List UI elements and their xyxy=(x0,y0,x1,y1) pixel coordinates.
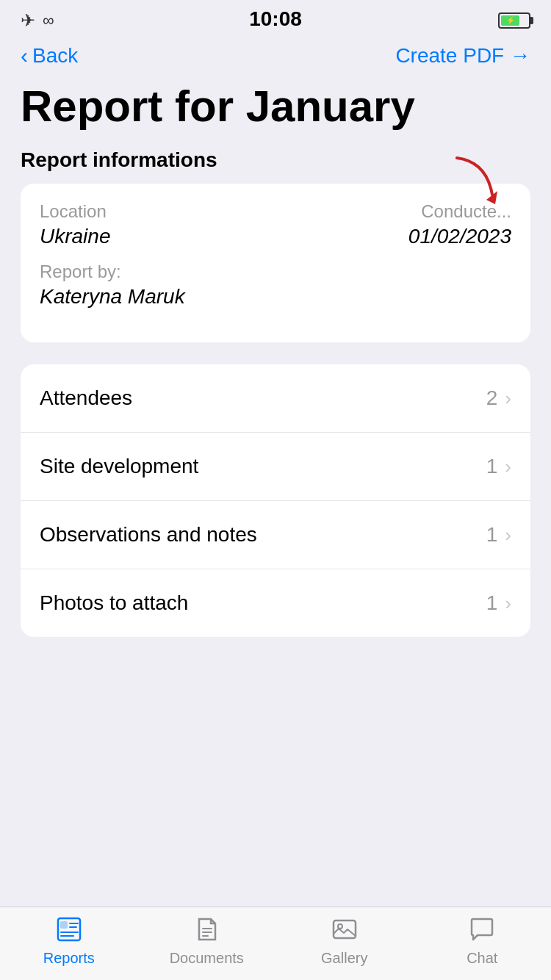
chevron-right-icon: › xyxy=(505,592,511,615)
battery-bolt: ⚡ xyxy=(506,17,515,24)
list-item-right: 1 › xyxy=(486,591,511,615)
tab-chat[interactable]: Chat xyxy=(414,913,552,967)
list-item-right: 1 › xyxy=(486,523,511,547)
list-item-right: 2 › xyxy=(486,386,511,410)
list-item[interactable]: Photos to attach 1 › xyxy=(21,569,530,637)
report-by-value: Kateryna Maruk xyxy=(40,285,511,309)
battery-icon: ⚡ xyxy=(498,12,530,29)
page-title: Report for January xyxy=(21,82,530,131)
link-icon: ∞ xyxy=(43,11,54,30)
tab-gallery-label: Gallery xyxy=(321,950,367,967)
chat-icon xyxy=(466,913,498,945)
list-item[interactable]: Site development 1 › xyxy=(21,433,530,501)
list-item-count: 2 xyxy=(486,386,498,410)
status-time: 10:08 xyxy=(249,7,302,31)
list-item-label: Attendees xyxy=(40,386,132,410)
tab-documents[interactable]: Documents xyxy=(138,913,276,967)
tab-reports-label: Reports xyxy=(43,950,95,967)
list-item[interactable]: Observations and notes 1 › xyxy=(21,501,530,569)
main-content: Report for January Report informations L… xyxy=(0,82,551,725)
tab-documents-label: Documents xyxy=(170,950,244,967)
conducted-value: 01/02/2023 xyxy=(276,225,511,248)
status-left-icons: ✈ ∞ xyxy=(21,10,54,31)
tab-reports[interactable]: Reports xyxy=(0,913,138,967)
list-item-label: Observations and notes xyxy=(40,523,257,547)
tab-gallery[interactable]: Gallery xyxy=(276,913,414,967)
nav-bar: ‹ Back Create PDF → xyxy=(0,37,551,82)
report-by-col: Report by: Kateryna Maruk xyxy=(40,262,511,322)
status-bar: ✈ ∞ 10:08 ⚡ xyxy=(0,0,551,37)
list-item-label: Photos to attach xyxy=(40,591,188,615)
create-pdf-button[interactable]: Create PDF → xyxy=(395,44,530,68)
list-item-count: 1 xyxy=(486,455,498,478)
location-value: Ukraine xyxy=(40,225,276,248)
list-item[interactable]: Attendees 2 › xyxy=(21,364,530,433)
location-col: Location Ukraine xyxy=(40,201,276,262)
chevron-right-icon: › xyxy=(505,455,511,478)
documents-icon xyxy=(190,913,223,945)
reports-icon xyxy=(53,913,85,945)
back-chevron-icon: ‹ xyxy=(21,45,28,67)
airplane-icon: ✈ xyxy=(21,10,35,31)
svg-rect-10 xyxy=(334,920,356,938)
info-card: Location Ukraine Conducte... 01/02/2023 … xyxy=(21,184,530,342)
svg-rect-2 xyxy=(61,922,67,928)
list-item-count: 1 xyxy=(486,523,498,547)
status-right-icons: ⚡ xyxy=(498,12,530,29)
list-item-right: 1 › xyxy=(486,455,511,478)
tab-chat-label: Chat xyxy=(467,950,497,967)
chevron-right-icon: › xyxy=(505,387,511,410)
location-label: Location xyxy=(40,201,276,222)
create-pdf-label: Create PDF → xyxy=(395,44,530,68)
chevron-right-icon: › xyxy=(505,524,511,547)
battery-fill: ⚡ xyxy=(501,15,519,26)
info-grid: Location Ukraine Conducte... 01/02/2023 … xyxy=(40,201,511,322)
list-item-label: Site development xyxy=(40,455,198,478)
gallery-icon xyxy=(328,913,361,945)
list-item-count: 1 xyxy=(486,591,498,615)
back-button[interactable]: ‹ Back xyxy=(21,44,78,68)
report-by-label: Report by: xyxy=(40,262,511,282)
arrow-annotation xyxy=(442,154,501,220)
back-label: Back xyxy=(32,44,78,68)
list-card: Attendees 2 › Site development 1 › Obser… xyxy=(21,364,530,637)
tab-bar: Reports Documents Gallery xyxy=(0,907,551,980)
